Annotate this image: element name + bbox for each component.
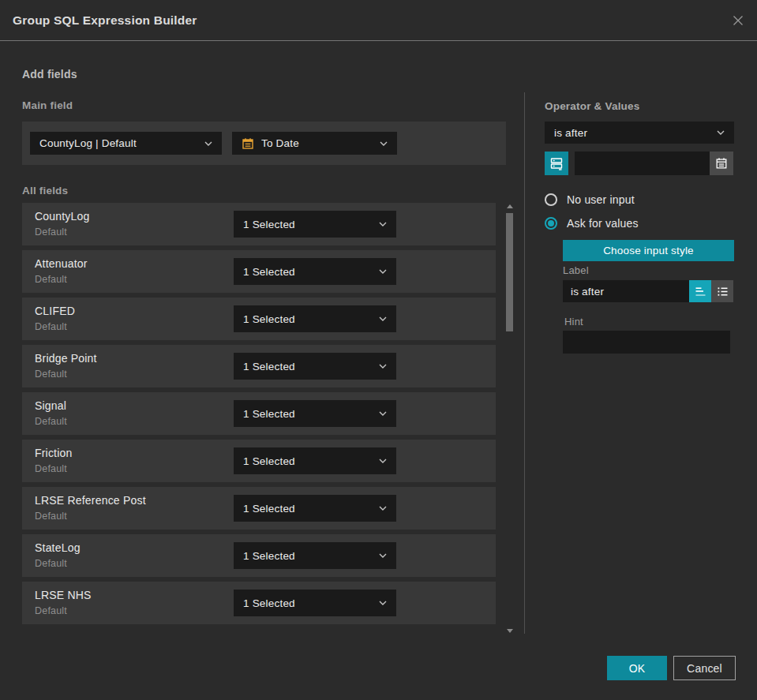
field-row: StateLog Default 1 Selected (22, 534, 496, 577)
field-selected-value: 1 Selected (243, 455, 379, 467)
field-selected-value: 1 Selected (243, 503, 379, 515)
field-selected-dropdown[interactable]: 1 Selected (234, 400, 396, 427)
calendar-icon (715, 157, 728, 170)
field-name: Attenuator (35, 257, 88, 270)
value-source-button[interactable] (545, 152, 568, 175)
field-selected-dropdown[interactable]: 1 Selected (234, 305, 396, 332)
radio-selected-icon (545, 217, 557, 230)
field-row: Attenuator Default 1 Selected (22, 250, 496, 293)
field-name: Signal (35, 399, 66, 412)
field-subtitle: Default (35, 369, 67, 380)
field-subtitle: Default (35, 226, 67, 238)
radio-no-user-input-label: No user input (567, 193, 635, 206)
chevron-down-icon (379, 222, 387, 226)
main-field-select[interactable]: CountyLog | Default (30, 132, 222, 155)
scroll-up-arrow-icon[interactable] (507, 204, 513, 208)
choose-input-style-button[interactable]: Choose input style (563, 240, 734, 261)
calendar-icon (242, 137, 254, 150)
field-subtitle: Default (35, 558, 67, 569)
field-selected-value: 1 Selected (243, 266, 379, 278)
operator-select[interactable]: is after (545, 122, 734, 144)
cancel-button[interactable]: Cancel (673, 656, 736, 680)
chevron-down-icon (204, 141, 212, 146)
scroll-down-arrow-icon[interactable] (507, 629, 513, 633)
chevron-down-icon (379, 601, 387, 605)
main-field-panel: CountyLog | Default To Date (22, 122, 506, 165)
value-input[interactable] (575, 152, 710, 175)
scrollbar-thumb[interactable] (506, 213, 513, 331)
field-selected-dropdown[interactable]: 1 Selected (234, 353, 396, 380)
list-scrollbar[interactable] (504, 203, 515, 633)
field-subtitle: Default (35, 321, 67, 332)
add-fields-heading: Add fields (22, 68, 77, 80)
field-selected-value: 1 Selected (243, 219, 379, 230)
field-selected-value: 1 Selected (243, 597, 379, 609)
chevron-down-icon (379, 506, 387, 511)
field-row: Bridge Point Default 1 Selected (22, 345, 496, 387)
field-subtitle: Default (35, 511, 67, 522)
field-name: StateLog (35, 541, 81, 554)
field-row: CountyLog Default 1 Selected (22, 203, 496, 245)
chevron-down-icon (379, 316, 387, 321)
operator-values-heading: Operator & Values (545, 100, 639, 112)
close-icon (732, 14, 744, 27)
field-selected-dropdown[interactable]: 1 Selected (234, 495, 396, 522)
field-subtitle: Default (35, 416, 67, 427)
chevron-down-icon (717, 130, 725, 135)
dialog-title: Group SQL Expression Builder (13, 13, 197, 28)
text-lines-icon (695, 286, 706, 298)
input-style-text-button[interactable] (689, 280, 711, 302)
chevron-down-icon (379, 269, 387, 274)
field-selected-dropdown[interactable]: 1 Selected (234, 542, 396, 569)
field-row: LRSE Reference Post Default 1 Selected (22, 487, 496, 530)
main-field-select-value: CountyLog | Default (39, 137, 204, 149)
field-selected-dropdown[interactable]: 1 Selected (234, 258, 396, 285)
ok-button[interactable]: OK (607, 656, 667, 680)
field-name: LRSE NHS (35, 589, 92, 601)
radio-ask-for-values-label: Ask for values (567, 217, 639, 230)
field-row: Friction Default 1 Selected (22, 440, 496, 482)
vertical-divider (524, 92, 525, 634)
label-input[interactable] (563, 280, 689, 302)
field-name: CountyLog (35, 210, 90, 223)
radio-unselected-icon (545, 193, 557, 206)
field-selected-dropdown[interactable]: 1 Selected (234, 211, 396, 238)
main-field-label: Main field (22, 99, 73, 111)
close-button[interactable] (730, 13, 746, 28)
hint-field-label: Hint (564, 316, 583, 328)
field-subtitle: Default (35, 605, 67, 616)
value-stack-icon (549, 156, 564, 170)
field-selected-dropdown[interactable]: 1 Selected (234, 590, 396, 616)
date-field-select-value: To Date (261, 137, 380, 149)
radio-no-user-input[interactable]: No user input (545, 193, 635, 206)
chevron-down-icon (379, 411, 387, 416)
field-subtitle: Default (35, 274, 67, 285)
field-name: LRSE Reference Post (35, 494, 146, 507)
dialog-header: Group SQL Expression Builder (0, 0, 757, 41)
field-row: CLIFED Default 1 Selected (22, 298, 496, 340)
field-name: CLIFED (35, 305, 75, 317)
bullet-list-icon (717, 286, 729, 298)
field-selected-dropdown[interactable]: 1 Selected (234, 447, 396, 474)
date-picker-button[interactable] (710, 152, 733, 175)
field-name: Friction (35, 447, 73, 459)
field-name: Bridge Point (35, 352, 97, 365)
hint-input[interactable] (563, 331, 730, 354)
field-selected-value: 1 Selected (243, 361, 379, 372)
field-selected-value: 1 Selected (243, 313, 379, 325)
chevron-down-icon (379, 364, 387, 369)
operator-select-value: is after (554, 127, 717, 139)
chevron-down-icon (380, 141, 388, 146)
chevron-down-icon (379, 459, 387, 463)
field-row: Signal Default 1 Selected (22, 392, 496, 435)
input-style-list-button[interactable] (711, 280, 733, 302)
field-selected-value: 1 Selected (243, 408, 379, 420)
chevron-down-icon (379, 553, 387, 558)
all-fields-list: CountyLog Default 1 Selected Attenuator … (22, 203, 496, 629)
field-selected-value: 1 Selected (243, 550, 379, 562)
radio-ask-for-values[interactable]: Ask for values (545, 217, 639, 230)
date-field-select[interactable]: To Date (232, 132, 397, 155)
field-subtitle: Default (35, 463, 67, 474)
all-fields-label: All fields (22, 185, 68, 197)
group-sql-expression-builder-dialog: Group SQL Expression Builder Add fields … (0, 0, 757, 700)
